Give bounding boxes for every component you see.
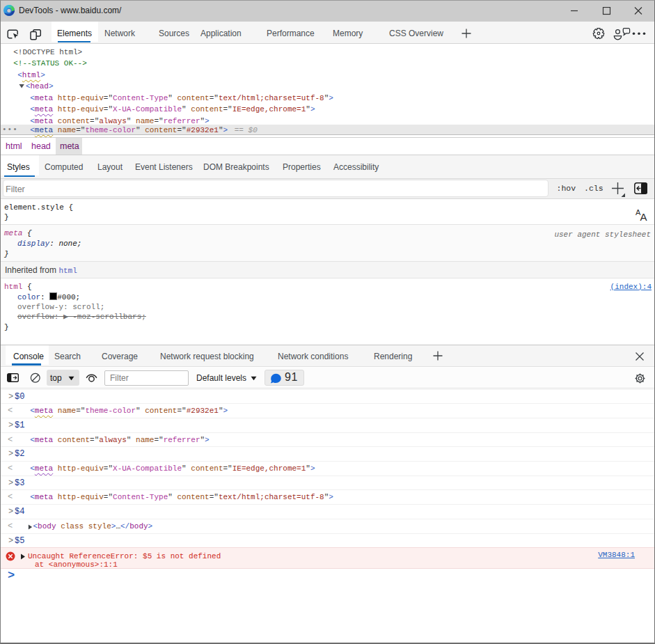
svg-text:A: A <box>640 211 647 222</box>
